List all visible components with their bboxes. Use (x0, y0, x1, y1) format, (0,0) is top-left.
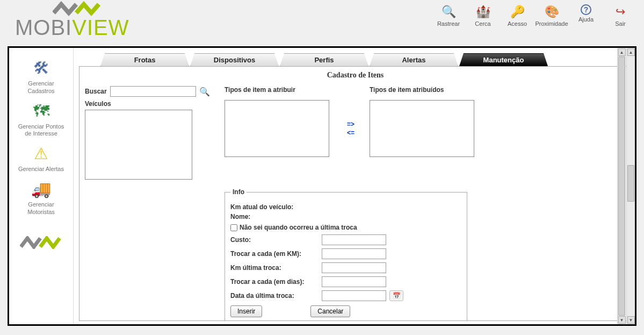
toolbar-label: Cerca (475, 20, 490, 27)
tab-dispositivos[interactable]: Dispositivos (190, 53, 279, 66)
exit-icon: ↪ (616, 4, 625, 19)
tab-manutencao[interactable]: Manutenção (459, 53, 548, 66)
data-ultima-label: Data da última troca: (230, 292, 322, 300)
sidebar-item-label: Gerenciar Motoristas (15, 201, 68, 216)
nao-sei-label: Não sei quando ocorreu a última troca (240, 224, 357, 231)
rastrear-icon: 🔍 (442, 4, 456, 19)
tabs: Frotas Dispositivos Perfis Alertas Manut… (100, 53, 632, 66)
logo-part2: VIEW (72, 16, 129, 39)
toolbar-label: Proximidade (535, 20, 568, 27)
scroll-up-icon[interactable]: ▲ (627, 48, 635, 56)
trocar-dias-label: Trocar a cada (em dias): (230, 278, 322, 286)
veiculos-label: Veículos (85, 100, 214, 108)
top-bar: MOBIVIEW 🔍 Rastrear 🏰 Cerca 🔑 Acesso 🎨 P… (0, 0, 644, 45)
toolbar-sair[interactable]: ↪ Sair (604, 4, 636, 27)
cancelar-button[interactable]: Cancelar (310, 305, 350, 317)
tipos-atribuidos-listbox[interactable] (370, 100, 474, 157)
map-icon: 🗺 (33, 101, 49, 122)
tools-icon: 🛠 (33, 58, 49, 79)
help-icon: ? (581, 4, 591, 15)
truck-icon: 🚚 (31, 179, 51, 200)
sidebar-item-label: Gerenciar Alertas (18, 166, 64, 173)
toolbar-acesso[interactable]: 🔑 Acesso (501, 4, 533, 27)
sidebar-item-label: Gerenciar Pontos de Interesse (15, 123, 68, 138)
tab-perfis[interactable]: Perfis (280, 53, 368, 66)
nao-sei-checkbox[interactable] (230, 224, 237, 231)
warning-icon: ⚠ (34, 143, 48, 165)
scroll-up-icon[interactable]: ▲ (618, 48, 626, 56)
trocar-dias-input[interactable] (322, 276, 386, 287)
sidebar-logo-zig-icon (20, 236, 63, 251)
buscar-input[interactable] (110, 86, 196, 97)
logo-text: MOBIVIEW (15, 16, 129, 40)
toolbar: 🔍 Rastrear 🏰 Cerca 🔑 Acesso 🎨 Proximidad… (432, 1, 640, 27)
logo: MOBIVIEW (15, 1, 129, 40)
tab-frotas[interactable]: Frotas (100, 53, 189, 66)
acesso-icon: 🔑 (510, 4, 525, 19)
cerca-icon: 🏰 (476, 4, 490, 19)
logo-part1: MOBI (15, 16, 72, 39)
content-area: Frotas Dispositivos Perfis Alertas Manut… (74, 48, 635, 324)
km-ultima-input[interactable] (322, 262, 386, 273)
info-legend: Info (230, 188, 247, 196)
scroll-down-icon[interactable]: ▼ (618, 316, 626, 324)
move-right-button[interactable]: => (347, 120, 354, 128)
toolbar-ajuda[interactable]: ? Ajuda (570, 4, 602, 27)
inner-scrollbar[interactable]: ▲ ▼ (617, 48, 626, 324)
sidebar-item-motoristas[interactable]: 🚚 Gerenciar Motoristas (15, 179, 68, 216)
custo-label: Custo: (230, 236, 322, 244)
sidebar-item-alertas[interactable]: ⚠ Gerenciar Alertas (15, 143, 68, 173)
data-ultima-input[interactable] (322, 290, 386, 301)
calendar-icon[interactable]: 📅 (389, 290, 403, 301)
buscar-label: Buscar (85, 88, 107, 95)
main-frame: 🛠 Gerenciar Cadastros 🗺 Gerenciar Pontos… (8, 46, 636, 326)
sidebar: 🛠 Gerenciar Cadastros 🗺 Gerenciar Pontos… (9, 48, 74, 324)
trocar-km-label: Trocar a cada (em KM): (230, 250, 322, 258)
form-grid: Buscar 🔍 Tipos de item a atribuir Tipos … (85, 86, 626, 321)
scroll-down-icon[interactable]: ▼ (627, 316, 635, 324)
search-icon[interactable]: 🔍 (199, 87, 210, 97)
panel-title: Cadastro de Itens (85, 71, 626, 80)
tipos-atribuidos-label: Tipos de item atribuídos (370, 86, 477, 94)
km-ultima-label: Km última troca: (230, 264, 322, 272)
toolbar-cerca[interactable]: 🏰 Cerca (467, 4, 499, 27)
toolbar-rastrear[interactable]: 🔍 Rastrear (432, 4, 465, 27)
outer-scrollbar[interactable]: ▲ ▼ (626, 48, 635, 324)
inserir-button[interactable]: Inserir (230, 305, 262, 317)
toolbar-proximidade[interactable]: 🎨 Proximidade (536, 4, 568, 27)
tipos-atribuir-label: Tipos de item a atribuir (225, 86, 332, 94)
nome-label: Nome: (230, 213, 322, 220)
toolbar-label: Sair (615, 20, 626, 27)
toolbar-label: Rastrear (437, 20, 460, 27)
custo-input[interactable] (322, 234, 386, 245)
sidebar-item-cadastros[interactable]: 🛠 Gerenciar Cadastros (15, 58, 68, 95)
proximidade-icon: 🎨 (545, 4, 559, 19)
info-fieldset: Info Km atual do veículo: Nome: Não sei … (225, 188, 467, 321)
toolbar-label: Ajuda (578, 16, 594, 23)
km-atual-label: Km atual do veículo: (230, 203, 322, 211)
veiculos-listbox[interactable] (85, 110, 192, 180)
tipos-atribuir-listbox[interactable] (225, 100, 329, 157)
move-left-button[interactable]: <= (347, 129, 354, 137)
sidebar-item-pontos[interactable]: 🗺 Gerenciar Pontos de Interesse (15, 101, 68, 138)
sidebar-item-label: Gerenciar Cadastros (15, 80, 68, 95)
tab-alertas[interactable]: Alertas (370, 53, 458, 66)
trocar-km-input[interactable] (322, 248, 386, 259)
panel-manutencao: Cadastro de Itens Buscar 🔍 Tipos de item… (79, 66, 632, 321)
toolbar-label: Acesso (508, 20, 527, 27)
